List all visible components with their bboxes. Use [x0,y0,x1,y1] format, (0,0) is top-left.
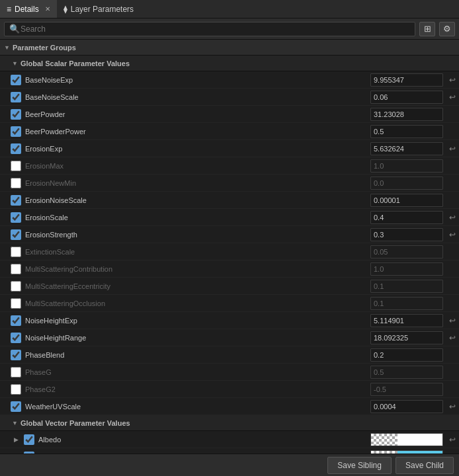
param-groups-arrow: ▼ [4,44,10,51]
reset-button-ErosionScale[interactable]: ↩ [446,211,459,224]
tab-details[interactable]: ≡ Details ✕ [0,0,57,18]
section-global-scalar[interactable]: ▼ Global Scalar Parameter Values [0,56,459,71]
reset-button-ErosionStrength[interactable]: ↩ [446,228,459,241]
reset-button-NoiseHeightRange[interactable]: ↩ [446,331,459,344]
search-icon: 🔍 [7,24,22,34]
param-groups-label: Parameter Groups [13,44,76,52]
search-wrap: 🔍 [4,22,415,36]
content-area: ▼ Parameter Groups ▼ Global Scalar Param… [0,40,459,454]
param-value-PhaseG[interactable] [370,366,443,379]
checkbox-NoiseHeightRange[interactable] [11,333,21,343]
toolbar: 🔍 ⊞ ⚙ [0,19,459,40]
table-row: ▶Extinction↩ [0,448,459,454]
param-value-BaseNoiseExp[interactable] [370,73,443,87]
param-value-ErosionNoiseScale[interactable] [370,194,443,207]
swatch-color [397,434,442,446]
param-value-MultiScatteringEccentricity[interactable] [370,280,443,293]
table-row: PhaseG↩ [0,364,459,381]
param-value-BeerPowderPower[interactable] [370,125,443,138]
table-row: ErosionExp↩ [0,140,459,157]
param-value-MultiScatteringContribution[interactable] [370,262,443,276]
checkbox-ExtinctionScale[interactable] [11,247,21,257]
checkbox-WeatherUVScale[interactable] [11,401,21,412]
checkbox-BeerPowderPower[interactable] [11,126,21,137]
bottom-bar: Save Sibling Save Child [0,454,459,476]
checkbox-ErosionExp[interactable] [11,143,21,154]
param-value-ErosionScale[interactable] [370,211,443,224]
param-name-ErosionStrength: ErosionStrength [25,231,370,239]
param-name-NoiseHeightExp: NoiseHeightExp [25,317,370,325]
checkbox-MultiScatteringContribution[interactable] [11,264,21,274]
checkbox-BaseNoiseExp[interactable] [11,75,21,85]
reset-button-WeatherUVScale[interactable]: ↩ [446,400,459,413]
param-name-WeatherUVScale: WeatherUVScale [25,403,370,411]
table-row: BaseNoiseExp↩ [0,71,459,89]
param-value-BeerPowder[interactable] [370,108,443,121]
param-name-BaseNoiseScale: BaseNoiseScale [25,93,370,101]
tab-layer-params-label: Layer Parameters [71,5,134,14]
param-value-ErosionNewMin[interactable] [370,177,443,190]
checkbox-ErosionNewMin[interactable] [11,178,21,188]
section-param-groups[interactable]: ▼ Parameter Groups [0,40,459,56]
table-row: ErosionScale↩ [0,209,459,226]
param-name-Albedo: Albedo [38,436,370,444]
expand-Albedo[interactable]: ▶ [11,434,21,445]
global-scalar-arrow: ▼ [12,60,18,67]
param-name-MultiScatteringOcclusion: MultiScatteringOcclusion [25,299,370,307]
param-value-PhaseG2[interactable] [370,383,443,396]
color-swatch-Albedo[interactable] [370,433,443,446]
table-row: PhaseBlend↩ [0,346,459,364]
checkbox-ErosionScale[interactable] [11,212,21,223]
param-value-PhaseBlend[interactable] [370,348,443,362]
table-row: ErosionNoiseScale↩ [0,192,459,209]
param-value-NoiseHeightRange[interactable] [370,331,443,344]
table-row: ErosionNewMin↩ [0,175,459,192]
checkbox-ErosionStrength[interactable] [11,229,21,240]
param-name-PhaseG: PhaseG [25,368,370,376]
save-sibling-button[interactable]: Save Sibling [327,457,392,474]
save-child-button[interactable]: Save Child [396,457,454,474]
checkbox-ErosionNoiseScale[interactable] [11,195,21,206]
tab-details-close[interactable]: ✕ [45,5,50,13]
table-row: PhaseG2↩ [0,381,459,398]
table-row: MultiScatteringContribution↩ [0,260,459,278]
reset-button-BaseNoiseExp[interactable]: ↩ [446,73,459,87]
checkbox-PhaseBlend[interactable] [11,350,21,360]
checkbox-PhaseG2[interactable] [11,384,21,395]
param-value-BaseNoiseScale[interactable] [370,91,443,104]
param-value-ErosionStrength[interactable] [370,228,443,241]
checkbox-MultiScatteringOcclusion[interactable] [11,298,21,309]
param-name-BeerPowderPower: BeerPowderPower [25,128,370,136]
section-global-vector[interactable]: ▼ Global Vector Parameter Values [0,415,459,431]
checkbox-PhaseG[interactable] [11,367,21,377]
app-window: ≡ Details ✕ ⧫ Layer Parameters 🔍 ⊞ ⚙ ▼ P… [0,0,459,476]
global-vector-label: Global Vector Parameter Values [21,419,130,427]
reset-button-NoiseHeightExp[interactable]: ↩ [446,314,459,327]
reset-button-ErosionExp[interactable]: ↩ [446,142,459,155]
param-value-ErosionMax[interactable] [370,159,443,173]
param-value-ExtinctionScale[interactable] [370,245,443,258]
checkbox-ErosionMax[interactable] [11,161,21,171]
reset-button-Albedo[interactable]: ↩ [446,433,459,446]
table-row: BeerPowderPower↩ [0,123,459,140]
param-name-MultiScatteringContribution: MultiScatteringContribution [25,265,370,273]
param-value-NoiseHeightExp[interactable] [370,314,443,327]
param-value-WeatherUVScale[interactable] [370,400,443,413]
checkbox-NoiseHeightExp[interactable] [11,315,21,326]
table-row: BaseNoiseScale↩ [0,89,459,106]
tab-layer-params[interactable]: ⧫ Layer Parameters [57,0,140,18]
param-value-ErosionExp[interactable] [370,142,443,155]
vector-rows-container: ▶Albedo↩▶Extinction↩▶WindVector↩ [0,431,459,454]
reset-button-BaseNoiseScale[interactable]: ↩ [446,91,459,104]
details-icon: ≡ [7,5,11,14]
checkbox-BaseNoiseScale[interactable] [11,92,21,102]
checkbox-Albedo[interactable] [24,434,34,445]
checkbox-MultiScatteringEccentricity[interactable] [11,281,21,292]
global-scalar-label: Global Scalar Parameter Values [21,60,130,67]
settings-button[interactable]: ⚙ [439,22,455,36]
checkbox-BeerPowder[interactable] [11,109,21,120]
param-value-MultiScatteringOcclusion[interactable] [370,297,443,310]
grid-view-button[interactable]: ⊞ [419,22,435,36]
layer-params-icon: ⧫ [63,5,67,14]
search-input[interactable] [4,22,415,36]
